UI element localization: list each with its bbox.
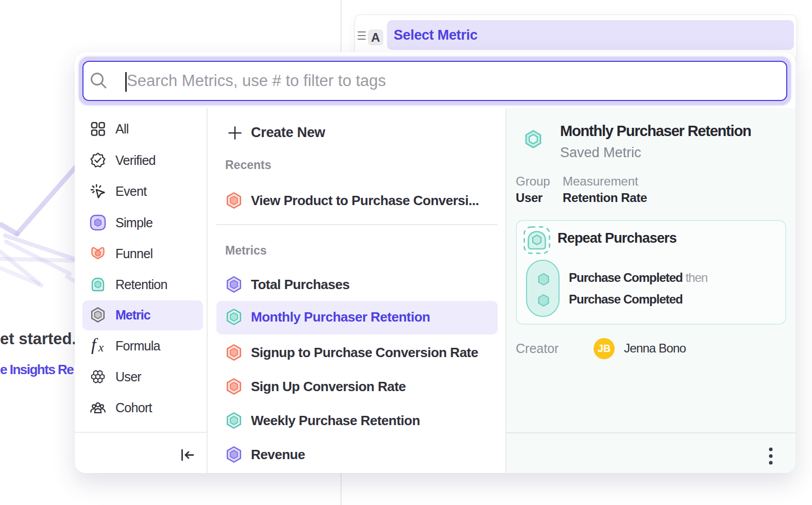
svg-text:x: x: [98, 341, 104, 354]
svg-text:f: f: [91, 338, 98, 354]
